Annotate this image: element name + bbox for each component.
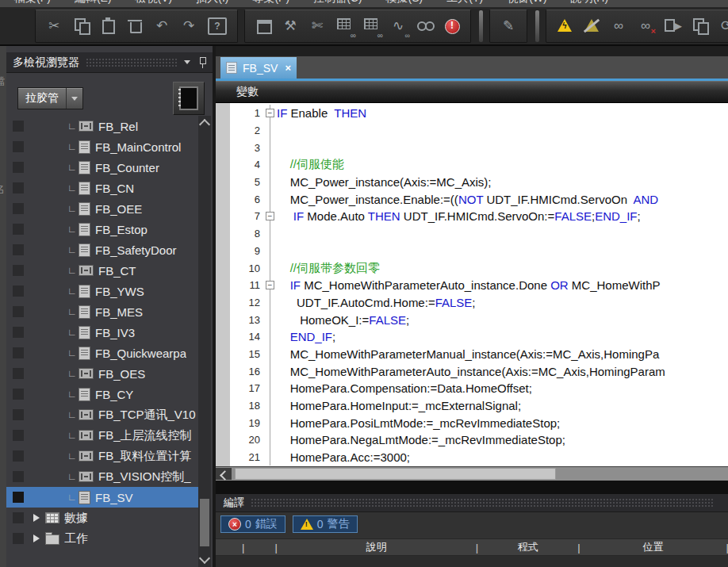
warnings-button[interactable]: 0 警告 (293, 515, 358, 533)
menu-item[interactable]: 檔案(F) (14, 0, 51, 6)
horizontal-scrollbar[interactable] (216, 466, 728, 481)
code-line[interactable]: 21 HomePara.Acc:=3000; (230, 449, 728, 466)
tree-item[interactable]: FB_CY (6, 384, 198, 404)
device-selector-dropdown[interactable] (66, 88, 82, 109)
code-line[interactable]: 7 IF Mode.Auto THEN UDT_IF.HMICmd.ServoO… (230, 208, 728, 225)
tree-group[interactable]: 數據 (6, 508, 198, 528)
build-icon[interactable]: ⚒ (278, 14, 302, 38)
menu-item[interactable]: 說明(H) (571, 0, 608, 6)
tree-item[interactable]: FB_VISION控制_ (6, 466, 198, 487)
pin-icon[interactable] (198, 56, 206, 68)
redo-icon[interactable]: ↷ (177, 14, 201, 38)
cut-icon[interactable]: ✂ (42, 14, 66, 38)
tree-group[interactable]: 工作 (6, 528, 198, 549)
code-line[interactable]: 11 IF MC_HomeWithParameterAuto_instance.… (230, 277, 728, 294)
code-line[interactable]: 8 (230, 225, 728, 243)
scroll-up-icon[interactable] (199, 119, 210, 130)
code-line[interactable]: 12 UDT_IF.AutoCmd.Home:=FALSE; (230, 294, 728, 312)
delete-icon[interactable] (123, 14, 147, 38)
menu-item[interactable]: 檢視(V) (136, 0, 173, 6)
help-icon[interactable]: ? (208, 17, 227, 35)
scrollbar-thumb[interactable] (200, 499, 209, 546)
device-selector[interactable]: 拉胶管 (17, 87, 83, 109)
code-line[interactable]: 10 //伺服带参数回零 (230, 259, 728, 277)
variables-bar[interactable]: 變數 (216, 81, 728, 103)
code-line[interactable]: 4 //伺服使能 (230, 156, 728, 174)
release-force-icon[interactable] (580, 14, 603, 38)
tree-item[interactable]: FB_Quickwearpa (6, 343, 198, 363)
fold-toggle[interactable] (264, 277, 277, 294)
scroll-down-icon[interactable] (199, 553, 210, 564)
errors-button[interactable]: 0 錯誤 (220, 515, 285, 533)
code-line[interactable]: 3 (230, 139, 728, 156)
build-column-header[interactable]: 說明 (278, 540, 476, 554)
expand-arrow-icon[interactable] (33, 534, 40, 542)
tree-item[interactable]: FB_IV3 (6, 322, 198, 343)
tree-item[interactable]: FB_OES (6, 363, 198, 384)
paste-icon[interactable] (96, 14, 120, 38)
build-column-header[interactable]: 程式 (478, 540, 577, 554)
close-icon[interactable] (285, 63, 291, 73)
menu-item[interactable]: 插入(I) (196, 0, 228, 6)
tree-item[interactable]: FB_TCP通讯_V10 (6, 404, 198, 425)
tree-item[interactable]: FB_Estop (6, 219, 198, 239)
rebuild-icon[interactable]: ✄ (305, 14, 329, 38)
code-line[interactable]: 9 (230, 243, 728, 260)
code-line[interactable]: 18 HomePara.HomeInput:=_mcExternalSignal… (230, 397, 728, 415)
tree-item[interactable]: FB_CT (6, 260, 198, 281)
search-icon[interactable] (413, 14, 437, 38)
menu-item[interactable]: 專案(P) (252, 0, 289, 6)
code-line[interactable]: 13 HomeOK_I:=FALSE; (230, 311, 728, 328)
tree-item[interactable]: FB_MES (6, 301, 198, 322)
chevron-down-icon[interactable] (184, 60, 190, 64)
stop-monitor-icon[interactable]: ∞× (634, 14, 657, 38)
run-program-icon[interactable] (661, 14, 684, 38)
tree-item[interactable]: FB_Rel (6, 116, 198, 136)
scroll-left-button[interactable] (216, 468, 232, 480)
code-line[interactable]: 1IF Enable THEN (230, 105, 728, 122)
copy-icon[interactable] (69, 14, 93, 38)
st-code-editor[interactable]: 1IF Enable THEN234 //伺服使能5 MC_Power_inst… (216, 103, 728, 466)
expand-arrow-icon[interactable] (33, 514, 40, 522)
tree-item[interactable]: FB_CN (6, 178, 198, 198)
menu-item[interactable]: 編輯(E) (75, 0, 112, 6)
synchronize-icon[interactable]: ⟳ (715, 14, 728, 38)
code-line[interactable]: 2 (230, 122, 728, 140)
tree-item[interactable]: FB_SafetyDoor (6, 239, 198, 260)
monitor-icon[interactable]: ∞ (607, 14, 630, 38)
build-column-header[interactable]: 位置 (580, 540, 726, 554)
tree-item[interactable]: FB_YWS (6, 281, 198, 301)
menu-item[interactable]: 控制器(C) (313, 0, 362, 6)
code-line[interactable]: 5 MC_Power_instance(Axis:=MC_Axis); (230, 174, 728, 191)
code-line[interactable]: 19 HomePara.PosiLmtMode:=_mcRevImmediate… (230, 414, 728, 431)
fold-toggle[interactable] (264, 105, 277, 122)
edit-pen-icon[interactable]: ✎ (496, 14, 520, 38)
tree-item[interactable]: FB_MainControl (6, 136, 198, 157)
tree-item[interactable]: FB_Counter (6, 157, 198, 178)
troubleshoot-icon[interactable] (440, 14, 464, 38)
data-trace-icon[interactable]: ∿∞ (386, 14, 410, 38)
tree-item[interactable]: FB_上层流线控制 (6, 425, 198, 446)
tree-item[interactable]: FB_取料位置计算 (6, 446, 198, 466)
tree-item[interactable]: FB_OEE (6, 198, 198, 219)
menu-item[interactable]: 模擬(S) (386, 0, 423, 6)
code-line[interactable]: 20 HomePara.NegaLmtMode:=_mcRevImmediate… (230, 431, 728, 449)
menu-item[interactable]: 視窗(W) (507, 0, 547, 6)
code-line[interactable]: 15 MC_HomeWithParameterManual_instance(A… (230, 346, 728, 363)
tree-scrollbar[interactable] (198, 116, 211, 567)
watch-table-icon[interactable] (332, 14, 356, 38)
window-icon[interactable] (251, 14, 275, 38)
code-line[interactable]: 17 HomePara.Compensation:=Data.HomeOffse… (230, 380, 728, 397)
force-values-icon[interactable] (553, 14, 577, 38)
code-line[interactable]: 14 END_IF; (230, 328, 728, 346)
scrollbar-thumb[interactable] (235, 468, 556, 480)
code-line[interactable]: 6 MC_Power_instance.Enable:=((NOT UDT_IF… (230, 190, 728, 208)
transfer-icon[interactable] (688, 14, 711, 38)
menu-item[interactable]: 工具(T) (446, 0, 483, 6)
fold-toggle[interactable] (264, 208, 277, 225)
tab-fb-sv[interactable]: FB_SV (220, 57, 297, 79)
tree-item[interactable]: FB_SV (6, 487, 198, 508)
watch-table2-icon[interactable] (359, 14, 383, 38)
undo-icon[interactable]: ↶ (150, 14, 174, 38)
code-line[interactable]: 16 MC_HomeWithParameterAuto_instance(Axi… (230, 362, 728, 380)
